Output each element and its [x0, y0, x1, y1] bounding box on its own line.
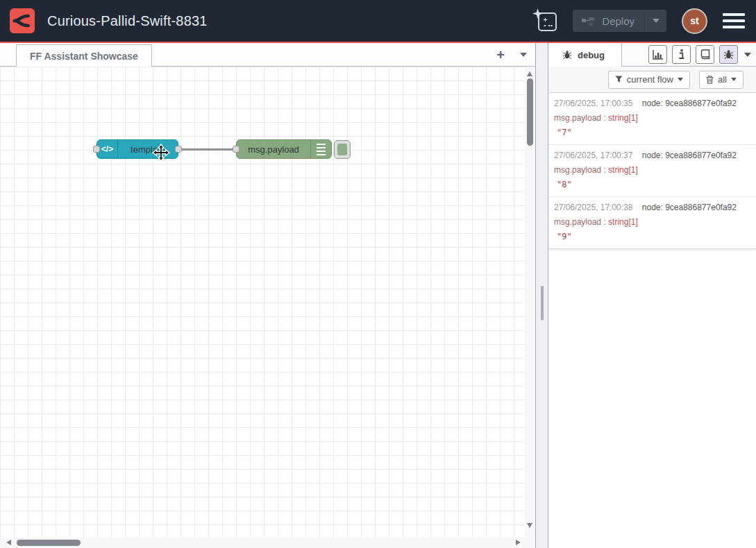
- sidebar-tabbar: debug: [548, 43, 756, 67]
- debug-message-timestamp: 27/06/2025, 17:00:35: [554, 99, 632, 108]
- flow-node-template[interactable]: </> template: [96, 139, 178, 159]
- menu-bar-icon: [723, 26, 745, 28]
- sparkle-icon: [532, 8, 543, 19]
- book-icon: [700, 49, 711, 60]
- sidebar-tabs-caret-icon[interactable]: [744, 53, 751, 57]
- deploy-icon: [582, 16, 595, 26]
- workspace-tab-label: FF Assistant Showcase: [30, 51, 138, 62]
- scroll-down-arrow-icon[interactable]: [527, 523, 532, 528]
- property-type-separator: :: [601, 165, 608, 175]
- flow-list-caret-icon[interactable]: [520, 53, 527, 57]
- debug-message[interactable]: 27/06/2025, 17:00:35 node: 9cea886877e0f…: [548, 93, 756, 145]
- flow-node-debug[interactable]: msg.payload: [236, 139, 332, 159]
- chevron-down-icon: [678, 78, 683, 81]
- sidebar-tab-debug[interactable]: debug: [548, 43, 622, 67]
- header-actions: AI Deploy st: [532, 8, 746, 34]
- debug-property-type: string[1]: [608, 113, 638, 123]
- deploy-button[interactable]: Deploy: [573, 10, 666, 32]
- scroll-left-arrow-icon[interactable]: [6, 540, 11, 545]
- debug-message-timestamp: 27/06/2025, 17:00:38: [554, 203, 632, 212]
- debug-message-meta: 27/06/2025, 17:00:38 node: 9cea886877e0f…: [554, 203, 750, 212]
- sidebar-tab-label: debug: [578, 50, 605, 60]
- debug-message-property: msg.payload : string[1]: [554, 165, 750, 175]
- menu-bar-icon: [723, 19, 745, 22]
- chevron-down-icon: [731, 78, 737, 81]
- wire-template-to-debug[interactable]: [178, 148, 236, 151]
- fork-glyph: [12, 11, 32, 31]
- debug-clear-button[interactable]: all: [699, 71, 744, 89]
- debug-enable-toggle[interactable]: [334, 140, 351, 159]
- sidebar-tab-dashboard[interactable]: [648, 45, 667, 64]
- scroll-up-arrow-icon[interactable]: [527, 71, 532, 76]
- workspace-tab-ff-assistant-showcase[interactable]: FF Assistant Showcase: [16, 44, 152, 67]
- debug-message-meta: 27/06/2025, 17:00:35 node: 9cea886877e0f…: [554, 99, 750, 108]
- debug-property-path: msg.payload: [554, 217, 601, 227]
- debug-message-node-id: node: 9cea886877e0fa92: [642, 151, 737, 160]
- debug-message-timestamp: 27/06/2025, 17:00:37: [554, 151, 632, 160]
- filter-scope-label: current flow: [627, 74, 673, 85]
- canvas-horizontal-scrollbar[interactable]: [0, 538, 535, 548]
- scroll-right-arrow-icon[interactable]: [516, 540, 521, 545]
- sidebar-tab-info[interactable]: [672, 45, 691, 64]
- horizontal-scroll-thumb[interactable]: [17, 540, 81, 546]
- debug-message-property: msg.payload : string[1]: [554, 113, 750, 123]
- debug-message-meta: 27/06/2025, 17:00:37 node: 9cea886877e0f…: [554, 151, 750, 160]
- main-menu-button[interactable]: [723, 13, 746, 28]
- trash-icon: [706, 76, 714, 84]
- sidebar-tab-debug-icon[interactable]: [719, 45, 738, 64]
- output-port-template[interactable]: [175, 146, 182, 153]
- debug-message-node-id: node: 9cea886877e0fa92: [642, 203, 737, 212]
- debug-message[interactable]: 27/06/2025, 17:00:37 node: 9cea886877e0f…: [548, 145, 756, 197]
- workspace-tab-actions: +: [496, 43, 527, 67]
- property-type-separator: :: [601, 217, 608, 227]
- deploy-options-button[interactable]: [644, 10, 666, 32]
- bug-icon: [562, 50, 572, 60]
- header: Curious-Pallid-Swift-8831 AI Deploy: [0, 0, 756, 42]
- splitter-drag-handle[interactable]: [541, 286, 544, 320]
- input-port-debug[interactable]: [233, 146, 240, 153]
- debug-property-path: msg.payload: [554, 113, 601, 123]
- debug-message-list: 27/06/2025, 17:00:35 node: 9cea886877e0f…: [548, 93, 756, 249]
- bug-icon: [723, 49, 734, 60]
- ai-assistant-button[interactable]: AI: [532, 8, 557, 33]
- debug-message-area: 27/06/2025, 17:00:35 node: 9cea886877e0f…: [548, 93, 756, 548]
- input-port-template[interactable]: [93, 146, 100, 153]
- funnel-icon: [615, 76, 623, 83]
- debug-toggle-state: [337, 144, 347, 155]
- main-area: FF Assistant Showcase + </> template msg…: [0, 43, 756, 548]
- sidebar-tab-help[interactable]: [696, 45, 714, 64]
- node-red-editor: Curious-Pallid-Swift-8831 AI Deploy: [0, 0, 756, 548]
- sidebar-tab-icons: [648, 45, 738, 64]
- debug-toolbar: current flow all: [548, 67, 756, 93]
- debug-message-value[interactable]: "9": [554, 232, 750, 241]
- debug-message-node-id: node: 9cea886877e0fa92: [642, 99, 737, 108]
- deploy-label: Deploy: [602, 15, 635, 27]
- flow-canvas[interactable]: </> template msg.payload: [0, 67, 535, 538]
- debug-property-path: msg.payload: [554, 165, 601, 175]
- clear-scope-label: all: [718, 74, 727, 85]
- workspace-column: FF Assistant Showcase + </> template msg…: [0, 43, 535, 548]
- project-title: Curious-Pallid-Swift-8831: [47, 13, 208, 29]
- menu-bar-icon: [723, 13, 745, 16]
- bar-chart-icon: [653, 50, 664, 60]
- sidebar: debug: [548, 43, 756, 548]
- debug-message-value[interactable]: "8": [554, 180, 750, 189]
- list-icon: [310, 140, 331, 158]
- debug-message-property: msg.payload : string[1]: [554, 217, 750, 227]
- debug-message[interactable]: 27/06/2025, 17:00:38 node: 9cea886877e0f…: [548, 197, 756, 248]
- code-icon: </>: [97, 140, 118, 158]
- node-label: template: [118, 144, 178, 155]
- sidebar-splitter[interactable]: [535, 43, 548, 548]
- canvas-vertical-scrollbar[interactable]: [525, 67, 535, 538]
- debug-property-type: string[1]: [608, 217, 638, 227]
- info-icon: [679, 49, 684, 60]
- debug-filter-button[interactable]: current flow: [608, 71, 690, 89]
- debug-property-type: string[1]: [608, 165, 638, 175]
- debug-message-value[interactable]: "7": [554, 128, 750, 137]
- user-avatar[interactable]: st: [682, 8, 707, 34]
- add-flow-button[interactable]: +: [496, 48, 505, 62]
- property-type-separator: :: [601, 113, 608, 123]
- node-label: msg.payload: [237, 144, 310, 155]
- app-logo-icon[interactable]: [10, 8, 35, 33]
- vertical-scroll-thumb[interactable]: [527, 78, 533, 146]
